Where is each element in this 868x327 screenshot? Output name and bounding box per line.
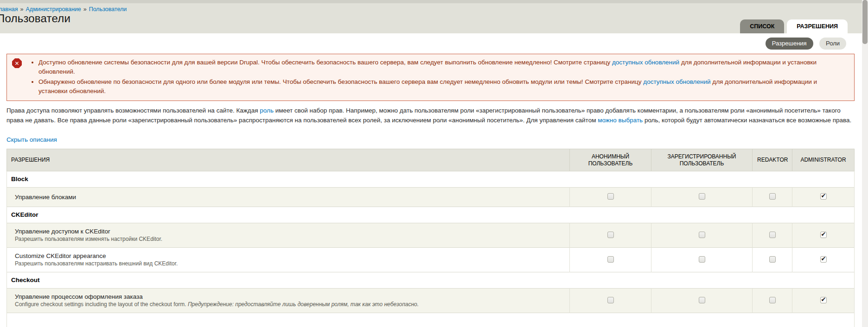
tab-list[interactable]: СПИСОК — [740, 19, 784, 33]
top-divider — [0, 0, 862, 3]
column-header: РАЗРЕШЕНИЯ — [7, 149, 570, 171]
intro-text: роль, которой будут автоматически назнач… — [643, 117, 851, 124]
checkbox-cell — [792, 188, 855, 207]
available-updates-link[interactable]: доступных обновлений — [612, 59, 679, 66]
permission-cell: Управление процессом оформления заказаCo… — [7, 289, 570, 313]
permission-checkbox[interactable] — [820, 232, 827, 238]
module-name: Block — [7, 171, 855, 188]
error-bullet: Доступно обновление системы безопасности… — [38, 58, 847, 76]
column-header: REDAKTOR — [753, 149, 792, 171]
permission-title: Управление блоками — [7, 188, 569, 206]
checkbox-cell — [570, 223, 651, 248]
permission-row: Customize CKEditor appearanceРазрешить п… — [7, 248, 855, 272]
tab-permissions[interactable]: РАЗРЕШЕНИЯ — [787, 19, 848, 33]
permission-cell: Управление блоками — [7, 188, 570, 207]
checkbox-cell — [651, 188, 753, 207]
permission-row: Управление доступом к CKEditorРазрешить … — [7, 223, 855, 248]
scrollbar-thumb[interactable] — [862, 0, 868, 44]
module-section-row: CKEditor — [7, 207, 855, 223]
permission-checkbox[interactable] — [607, 256, 614, 263]
breadcrumb-separator: » — [83, 6, 87, 13]
intro-link[interactable]: роль — [260, 107, 274, 114]
checkbox-cell — [651, 248, 753, 272]
permission-description: Разрешить пользователям изменять настрой… — [7, 236, 569, 247]
page-header-band: Главная»Администрирование»Пользователи П… — [0, 0, 862, 33]
module-name: Checkout — [7, 272, 855, 289]
permission-title: Customize CKEditor appearance — [7, 248, 569, 260]
permission-cell: Управление доступом к CKEditorРазрешить … — [7, 223, 570, 248]
subtab-permissions[interactable]: Разрешения — [766, 38, 813, 50]
error-text: Обнаружено обновление по безопасности дл… — [38, 78, 643, 85]
permission-title: Управление процессом оформления заказа — [7, 289, 569, 301]
permission-checkbox[interactable] — [607, 232, 614, 238]
intro-link[interactable]: можно выбрать — [598, 117, 643, 124]
checkbox-cell — [753, 188, 792, 207]
permission-checkbox[interactable] — [607, 193, 614, 200]
column-header: АНОНИМНЫЙ ПОЛЬЗОВАТЕЛЬ — [570, 149, 651, 171]
permission-warning: Предупреждение: предоставляйте лишь дове… — [188, 301, 419, 308]
permission-checkbox[interactable] — [820, 193, 827, 200]
breadcrumb-separator: » — [20, 6, 24, 13]
permission-description: Разрешить пользователям настраивать внеш… — [7, 260, 569, 271]
vertical-scrollbar[interactable] — [862, 0, 868, 327]
checkbox-cell — [570, 289, 651, 313]
error-text: Доступно обновление системы безопасности… — [38, 59, 612, 66]
error-message-box: ✕ Доступно обновление системы безопаснос… — [6, 54, 855, 101]
permission-title: Управление доступом к CKEditor — [7, 224, 569, 236]
page-title: Пользователи — [0, 12, 70, 25]
permission-checkbox[interactable] — [699, 193, 705, 200]
subtab-roles[interactable]: Роли — [819, 38, 846, 50]
breadcrumb: Главная»Администрирование»Пользователи — [0, 6, 127, 13]
permission-checkbox[interactable] — [769, 193, 776, 200]
permissions-description: Права доступа позволяют управлять возмож… — [6, 106, 855, 125]
checkbox-cell — [753, 289, 792, 313]
breadcrumb-link[interactable]: Пользователи — [89, 6, 127, 13]
checkbox-cell — [651, 223, 753, 248]
permission-checkbox[interactable] — [607, 297, 614, 303]
permission-checkbox[interactable] — [699, 232, 705, 238]
permission-row: Управление процессом оформления заказаCo… — [7, 289, 855, 313]
column-header: ЗАРЕГИСТРИРОВАННЫЙ ПОЛЬЗОВАТЕЛЬ — [651, 149, 753, 171]
permission-description: Configure checkout settings including th… — [7, 301, 569, 312]
checkbox-cell — [753, 223, 792, 248]
error-bullet: Обнаружено обновление по безопасности дл… — [38, 77, 847, 96]
permission-row: Управление блоками — [7, 188, 855, 207]
column-header: ADMINISTRATOR — [792, 149, 855, 171]
checkbox-cell — [792, 223, 855, 248]
permission-checkbox[interactable] — [769, 256, 776, 263]
breadcrumb-link[interactable]: Главная — [0, 6, 18, 13]
hide-descriptions-link[interactable]: Скрыть описания — [6, 136, 57, 143]
module-section-row — [7, 313, 855, 327]
table-header-row: РАЗРЕШЕНИЯАНОНИМНЫЙ ПОЛЬЗОВАТЕЛЬЗАРЕГИСТ… — [7, 149, 855, 171]
x-octagon-icon: ✕ — [12, 58, 22, 68]
checkbox-cell — [792, 289, 855, 313]
secondary-tabs: Разрешения Роли — [6, 33, 855, 54]
available-updates-link[interactable]: доступных обновлений — [643, 78, 710, 85]
module-section-row: Checkout — [7, 272, 855, 289]
permission-checkbox[interactable] — [769, 232, 776, 238]
permission-checkbox[interactable] — [699, 256, 705, 263]
checkbox-cell — [651, 289, 753, 313]
checkbox-cell — [792, 248, 855, 272]
module-name: CKEditor — [7, 207, 855, 223]
permissions-table: РАЗРЕШЕНИЯАНОНИМНЫЙ ПОЛЬЗОВАТЕЛЬЗАРЕГИСТ… — [6, 149, 855, 327]
permission-cell: Customize CKEditor appearanceРазрешить п… — [7, 248, 570, 272]
primary-tabs: СПИСОК РАЗРЕШЕНИЯ — [740, 19, 848, 33]
permission-checkbox[interactable] — [820, 256, 827, 263]
main-content: Разрешения Роли ✕ Доступно обновление си… — [0, 33, 868, 327]
module-section-row: Block — [7, 171, 855, 188]
permission-checkbox[interactable] — [769, 297, 776, 303]
checkbox-cell — [570, 248, 651, 272]
error-bullet-list: Доступно обновление системы безопасности… — [28, 58, 847, 96]
checkbox-cell — [570, 188, 651, 207]
permission-checkbox[interactable] — [820, 297, 827, 303]
intro-text: Права доступа позволяют управлять возмож… — [6, 107, 260, 114]
permission-checkbox[interactable] — [699, 297, 705, 303]
breadcrumb-link[interactable]: Администрирование — [26, 6, 81, 13]
checkbox-cell — [753, 248, 792, 272]
